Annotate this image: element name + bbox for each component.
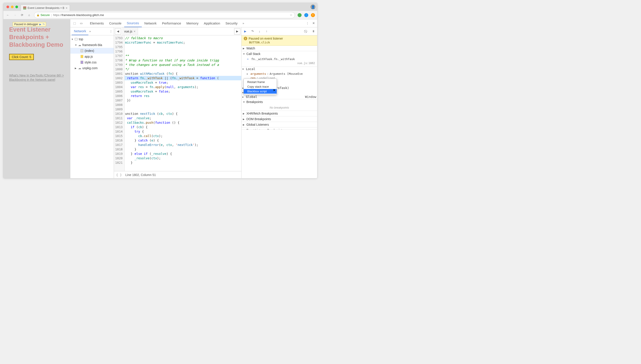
pretty-print-icon[interactable]: { } — [116, 173, 122, 177]
tree-label: style.css — [84, 60, 96, 64]
more-menu-icon[interactable]: ⋮ — [305, 22, 310, 25]
expand-icon[interactable]: ▶ — [75, 67, 77, 70]
step-over-button[interactable]: ↷ — [250, 29, 255, 34]
close-tab-icon[interactable]: × — [66, 6, 68, 10]
extension-icon[interactable]: ⋮ — [304, 13, 308, 17]
debugger-toolbar: ▶ ↷ ↓ ↑ ⃠ ⏸ — [242, 27, 317, 36]
expand-icon[interactable]: ▶ — [243, 118, 246, 120]
expand-icon[interactable]: ▶ — [243, 112, 246, 115]
expand-icon[interactable]: ▼ — [75, 44, 77, 46]
devtools-tab-memory[interactable]: Memory — [184, 19, 201, 27]
file-style-css[interactable]: style.css — [70, 60, 114, 65]
scope-local-header[interactable]: ▼ Local — [242, 67, 317, 71]
context-menu-copy-stack-trace[interactable]: Copy stack trace — [244, 84, 277, 89]
expand-icon[interactable]: ▶ — [243, 47, 246, 50]
scope-global-header[interactable]: ▶ Global Window — [242, 94, 317, 99]
maximize-window-icon[interactable] — [15, 6, 18, 8]
deactivate-breakpoints-button[interactable]: ⃠ — [304, 29, 309, 34]
pause-reason: Paused on event listener — [248, 37, 283, 40]
devtools-tab-application[interactable]: Application — [201, 19, 223, 27]
expand-icon[interactable]: ▶ — [243, 124, 246, 126]
profile-icon[interactable]: 👤 — [310, 4, 316, 9]
address-bar[interactable]: 🔒 Secure | https://framework-blackboxing… — [34, 12, 295, 18]
bookmark-icon[interactable]: ☆ — [290, 13, 292, 17]
close-window-icon[interactable] — [6, 6, 9, 8]
article-link[interactable]: What's New In DevTools (Chrome 66) > Bla… — [9, 74, 64, 82]
overflow-icon[interactable]: » — [241, 22, 246, 25]
minimize-window-icon[interactable] — [11, 6, 14, 8]
devtools-tab-console[interactable]: Console — [106, 19, 124, 27]
expand-icon[interactable]: ▼ — [243, 101, 246, 103]
step-out-button[interactable]: ↑ — [264, 29, 269, 34]
resume-icon[interactable]: ▶ — [40, 23, 41, 26]
expand-icon[interactable]: ▶ — [247, 73, 250, 75]
overflow-icon[interactable]: » — [89, 30, 91, 33]
breakpoints-header[interactable]: ▼ Breakpoints — [242, 99, 317, 104]
file-index[interactable]: (index) — [70, 48, 114, 54]
tree-node-unpkg[interactable]: ▶ ☁ unpkg.com — [70, 65, 114, 71]
event-listener-breakpoints-header[interactable]: ▶ Event Listener Breakpoints — [242, 128, 317, 130]
file-app-js[interactable]: app.js — [70, 54, 114, 60]
navigator-tab-network[interactable]: Network — [72, 27, 88, 35]
home-button[interactable]: ⌂ — [27, 13, 32, 17]
event-listener-breakpoints-section: ▶ Event Listener Breakpoints — [242, 128, 317, 130]
expand-icon[interactable]: ▼ — [71, 38, 74, 40]
global-listeners-header[interactable]: ▶ Global Listeners — [242, 122, 317, 127]
extension-icon[interactable]: ! — [311, 13, 315, 17]
click-count-button[interactable]: Click Count: 5 — [9, 54, 34, 60]
call-stack-section: ▼ Call Stack ➔ fn._withTask.fn._withTask… — [242, 51, 317, 67]
nav-back-icon[interactable]: ◀ — [115, 28, 121, 34]
context-menu-restart-frame[interactable]: Restart frame — [244, 80, 277, 84]
devtools-tab-security[interactable]: Security — [223, 19, 240, 27]
dom-breakpoints-header[interactable]: ▶ DOM Breakpoints — [242, 116, 317, 122]
expand-icon[interactable]: ▶ — [243, 129, 246, 130]
call-stack-header[interactable]: ▼ Call Stack — [242, 51, 317, 56]
pause-exceptions-button[interactable]: ⏸ — [311, 29, 316, 34]
editor-tabs: ◀ vue.js × ▶ — [114, 27, 241, 36]
debugger-panel: ▶ ↷ ↓ ↑ ⃠ ⏸ i Paused on event listener — [242, 27, 317, 178]
step-icon[interactable]: ↷ — [42, 23, 44, 26]
frame-icon — [75, 38, 78, 40]
inspect-element-icon[interactable]: ⬚ — [72, 20, 78, 26]
run-snippet-icon[interactable]: ▶ — [234, 28, 240, 34]
global-listeners-section: ▶ Global Listeners — [242, 122, 317, 128]
reload-button[interactable]: ⟳ — [20, 13, 24, 17]
code-editor[interactable]: 1793179417951796179717981799180018011802… — [114, 36, 241, 171]
tree-node-origin[interactable]: ▼ ☁ framework-bla — [70, 42, 114, 48]
call-stack-frame[interactable]: ➔ fn._withTask.fn._withTask — [246, 57, 316, 61]
editor-tab[interactable]: vue.js × — [122, 27, 138, 35]
extension-icon[interactable] — [298, 13, 302, 17]
tab-strip: Event Listener Breakpoints + B × 👤 — [3, 3, 317, 11]
scope-variable[interactable]: ▶ arguments: Arguments [MouseEve — [246, 72, 316, 76]
device-toggle-icon[interactable]: ▭ — [78, 20, 84, 26]
devtools: ⬚ ▭ ElementsConsoleSourcesNetworkPerform… — [70, 19, 317, 178]
devtools-tab-network[interactable]: Network — [142, 19, 159, 27]
resume-button[interactable]: ▶ — [243, 29, 248, 34]
back-button[interactable]: ← — [6, 13, 10, 17]
xhr-breakpoints-header[interactable]: ▶ XHR/fetch Breakpoints — [242, 111, 317, 116]
devtools-tab-elements[interactable]: Elements — [87, 19, 106, 27]
expand-icon[interactable]: ▼ — [242, 68, 245, 70]
tree-node-top[interactable]: ▼ top — [70, 36, 114, 42]
watch-header[interactable]: ▶ Watch — [242, 46, 317, 51]
context-menu-blackbox-script[interactable]: Blackbox script — [244, 89, 277, 94]
close-devtools-icon[interactable]: × — [311, 21, 316, 26]
devtools-tab-performance[interactable]: Performance — [159, 19, 184, 27]
tree-label: unpkg.com — [82, 66, 98, 70]
close-tab-icon[interactable]: × — [134, 30, 136, 33]
code-lines[interactable]: // fallback to macromicroTimerFunc = mac… — [125, 36, 241, 171]
frame-name: fn._withTask.fn._withTask — [251, 58, 295, 61]
frame-location[interactable]: vue.js:1802 — [297, 62, 315, 65]
navigator-panel: Network » ⋮ ▼ top ▼ ☁ framewor — [70, 27, 114, 178]
forward-button[interactable]: → — [13, 13, 17, 17]
step-into-button[interactable]: ↓ — [257, 29, 262, 34]
expand-icon[interactable]: ▶ — [242, 96, 245, 98]
navigator-tabs: Network » ⋮ — [70, 27, 114, 36]
no-breakpoints-label: No breakpoints — [242, 104, 317, 110]
devtools-tab-sources[interactable]: Sources — [124, 19, 142, 27]
browser-tab[interactable]: Event Listener Breakpoints + B × — [21, 5, 70, 11]
devtools-header: ⬚ ▭ ElementsConsoleSourcesNetworkPerform… — [70, 19, 317, 27]
page-title: Event Listener Breakpoints + Blackboxing… — [9, 26, 64, 48]
more-icon[interactable]: ⋮ — [110, 30, 112, 33]
expand-icon[interactable]: ▼ — [243, 53, 246, 55]
